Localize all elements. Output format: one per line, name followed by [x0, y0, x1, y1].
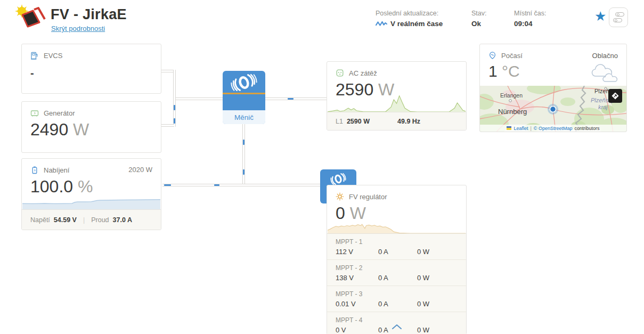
generator-power-unit: W: [73, 120, 89, 139]
mppt-row: MPPT - 1 112 V 0 A 0 W: [327, 234, 466, 260]
wire-bus-to-inverter: [176, 97, 223, 100]
mppt-current: 0 A: [378, 248, 417, 256]
flow-dash: [174, 105, 175, 110]
vrm-dashboard: FV - JirkaE Skrýt podrobnosti Poslední a…: [0, 0, 644, 334]
mppt-voltage: 138 V: [336, 274, 378, 282]
toggle-details-link[interactable]: Skrýt podrobnosti: [51, 25, 105, 32]
card-label: Generátor: [44, 109, 75, 117]
map-label-erlangen: Erlangen: [500, 92, 523, 99]
mppt-table: MPPT - 1 112 V 0 A 0 W MPPT - 2 138 V 0 …: [327, 233, 466, 334]
flow-dash: [174, 118, 175, 124]
realtime-wave-icon: [376, 20, 387, 27]
card-label: FV regulátor: [349, 193, 387, 201]
generator-icon: [30, 109, 39, 117]
voltage-label: Napětí: [30, 216, 50, 224]
ac-socket-icon: [336, 69, 344, 77]
card-label: Nabíjení: [44, 166, 69, 174]
weather-condition: Oblačno: [592, 52, 618, 60]
status-label: Stav:: [471, 10, 487, 17]
charging-footer: Napětí 54.59 V | Proud 37.0 A: [22, 209, 161, 230]
voltage-value: 54.59 V: [54, 216, 77, 224]
evcs-value: -: [22, 60, 161, 79]
soc-unit: %: [78, 177, 93, 196]
map-navigation-button[interactable]: [608, 89, 622, 103]
map-label-region: kraj: [598, 104, 608, 110]
mppt-power: 0 W: [417, 274, 429, 282]
card-generator[interactable]: Generátor 2490 W: [21, 101, 161, 153]
l1-label: L1: [336, 118, 343, 125]
card-ac-load[interactable]: AC zátěž 2590 W L1 2590 W 49.9 Hz: [327, 61, 467, 131]
mppt-row: MPPT - 3 0.01 V 0 A 0 W: [327, 286, 466, 312]
battery-icon: [30, 166, 39, 174]
sun-icon: [336, 192, 344, 201]
current-label: Proud: [91, 216, 109, 224]
mppt-voltage: 0.01 V: [336, 300, 378, 308]
card-label: EVCS: [44, 52, 62, 60]
card-evcs[interactable]: EVCS -: [21, 44, 161, 94]
card-label: Počasí: [501, 52, 523, 60]
toggle-pill-icon: [615, 12, 624, 17]
status-value: Ok: [471, 20, 481, 28]
victron-logo-icon: [227, 72, 261, 93]
card-pv-regulator[interactable]: FV regulátor 0 W MPPT - 1 112 V 0 A 0 W …: [327, 185, 467, 334]
location-pin-icon: [488, 51, 496, 60]
mppt-voltage: 112 V: [336, 248, 378, 256]
osm-link[interactable]: © OpenStreetMap: [534, 126, 573, 131]
map-attribution: Leaflet | © OpenStreetMap contributors: [480, 125, 626, 132]
ac-load-footer: L1 2590 W 49.9 Hz: [327, 112, 466, 130]
cloudy-icon: [591, 63, 619, 83]
card-weather: Počasí Oblačno 1 °C: [479, 44, 627, 132]
dashboard-toggle-button[interactable]: [609, 7, 628, 27]
navigation-arrow-icon: [610, 91, 620, 101]
flow-dash: [214, 184, 219, 186]
attribution-separator: |: [530, 126, 531, 131]
flow-dash: [164, 184, 171, 186]
last-update-block: Poslední aktualizace: V reálném čase: [376, 10, 443, 28]
victron-logo-icon: [327, 172, 350, 186]
soc-value: 100.0: [30, 177, 73, 196]
mppt-power: 0 W: [417, 248, 429, 256]
local-time-label: Místní čas:: [514, 10, 546, 17]
flow-dash: [243, 140, 244, 145]
leaflet-link[interactable]: Leaflet: [513, 126, 528, 131]
local-time-block: Místní čas: 09:04: [514, 10, 546, 28]
card-charging[interactable]: Nabíjení 2020 W 100.0 % Napětí 54.59 V |…: [21, 158, 161, 230]
wire-inverter-down: [242, 124, 245, 185]
temperature-value: 1: [488, 62, 498, 80]
temperature-unit: °C: [502, 62, 520, 80]
weather-map[interactable]: Erlangen Nürnberg Plzeň Plzeňský kraj Le…: [480, 86, 626, 132]
inverter-orange-bar: [223, 93, 265, 94]
current-value: 37.0 A: [113, 216, 132, 224]
mppt-voltage: 0 V: [336, 326, 378, 334]
wire-dc-bus: [162, 184, 321, 186]
l1-value: 2590 W: [347, 118, 370, 125]
collapse-chevron-icon[interactable]: [388, 321, 405, 333]
soc-sparkline: [22, 195, 160, 210]
flow-dash: [243, 169, 244, 175]
mppt-power: 0 W: [417, 326, 429, 334]
wire-inverter-to-acload: [265, 97, 327, 100]
mppt-name: MPPT - 3: [336, 290, 458, 298]
wire-generator: [161, 124, 174, 127]
map-label-plzen: Plzeň: [594, 88, 609, 94]
frequency-value: 49.9 Hz: [397, 118, 420, 125]
toggle-pill-icon: [613, 18, 622, 22]
pv-sparkline: [328, 218, 466, 233]
site-logo-icon: [15, 3, 46, 30]
last-update-label: Poslední aktualizace:: [376, 10, 443, 17]
mppt-power: 0 W: [417, 300, 429, 308]
mppt-current: 0 A: [378, 274, 417, 282]
generator-power-value: 2490: [30, 120, 68, 139]
ev-charger-icon: [30, 51, 39, 60]
status-block: Stav: Ok: [471, 10, 487, 28]
mppt-row: MPPT - 2 138 V 0 A 0 W: [327, 260, 466, 286]
card-label: AC zátěž: [349, 69, 377, 77]
inverter-label: Měnič: [223, 110, 265, 124]
ac-load-sparkline: [328, 91, 466, 112]
inverter-device-box[interactable]: Měnič: [223, 71, 265, 124]
last-update-value: V reálném čase: [390, 20, 443, 28]
site-location-marker: [548, 104, 558, 115]
flow-dash: [288, 98, 294, 100]
charging-power: 2020 W: [128, 166, 152, 174]
favorite-star-icon[interactable]: ★: [594, 10, 606, 23]
